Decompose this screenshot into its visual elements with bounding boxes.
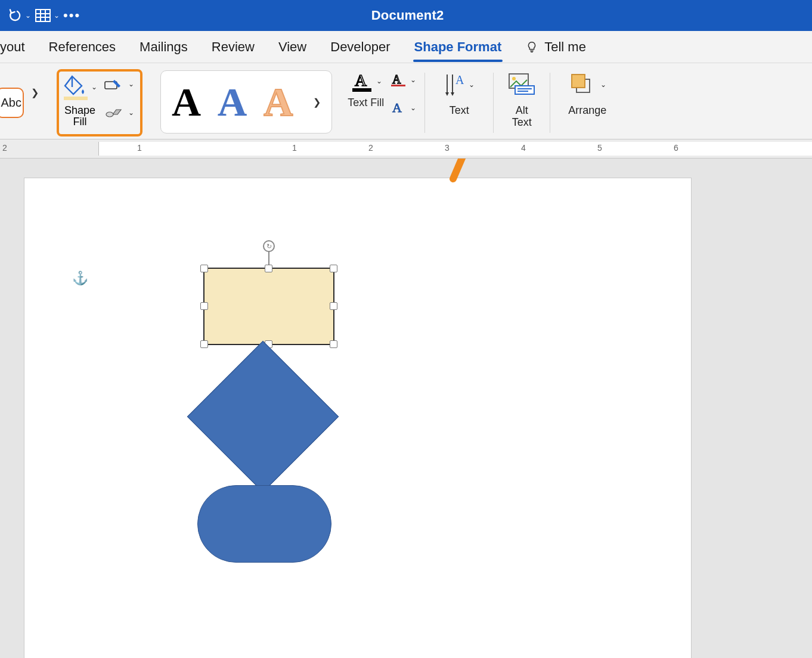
alt-text-group: Alt Text bbox=[495, 67, 548, 139]
text-fill-label: Text Fill bbox=[348, 97, 384, 109]
shape-outline-button[interactable]: ⌄ bbox=[102, 76, 137, 92]
alt-text-label: Alt Text bbox=[512, 105, 532, 129]
svg-text:A: A bbox=[392, 100, 402, 115]
svg-rect-24 bbox=[572, 75, 585, 88]
ruler-mark: 2 bbox=[368, 143, 373, 153]
svg-text:A: A bbox=[392, 73, 401, 86]
arrange-dropdown-icon[interactable]: ⌄ bbox=[600, 80, 606, 89]
resize-handle-n[interactable] bbox=[265, 265, 272, 272]
text-group-label: Text bbox=[450, 105, 469, 117]
svg-rect-7 bbox=[64, 97, 88, 100]
shape-outline-dropdown-icon[interactable]: ⌄ bbox=[128, 80, 134, 88]
wordart-style-2[interactable]: A bbox=[218, 82, 247, 122]
tell-me-search[interactable]: Tell me bbox=[544, 39, 586, 55]
svg-rect-11 bbox=[352, 88, 371, 92]
shape-fill-label: Shape Fill bbox=[64, 105, 95, 128]
tab-review[interactable]: Review bbox=[200, 39, 266, 55]
wordart-style-3[interactable]: A bbox=[264, 82, 293, 122]
ruler-mark: 4 bbox=[521, 143, 526, 153]
wordart-gallery-more-icon[interactable]: ❯ bbox=[313, 97, 321, 108]
resize-handle-e[interactable] bbox=[330, 302, 337, 310]
title-bar: ⌄ ⌄ ••• Document2 bbox=[0, 0, 812, 31]
document-canvas[interactable]: ⚓ ↻ bbox=[0, 159, 812, 658]
shape-rectangle-selected[interactable]: ↻ bbox=[203, 268, 334, 345]
resize-handle-se[interactable] bbox=[330, 340, 337, 348]
text-effects-button[interactable]: A ⌄ bbox=[388, 99, 419, 117]
text-effects-dropdown-icon[interactable]: ⌄ bbox=[410, 104, 416, 112]
svg-text:A: A bbox=[455, 73, 464, 86]
text-direction-icon[interactable]: A bbox=[444, 72, 464, 97]
resize-handle-nw[interactable] bbox=[200, 265, 208, 272]
svg-text:A: A bbox=[355, 71, 367, 89]
page[interactable]: ⚓ ↻ bbox=[24, 178, 692, 658]
horizontal-ruler[interactable]: 2 1 1 2 3 4 5 6 bbox=[0, 139, 812, 159]
text-outline-dropdown-icon[interactable]: ⌄ bbox=[410, 76, 416, 84]
shape-effects-button[interactable]: ⌄ bbox=[102, 105, 137, 120]
arrange-group: ⌄ Arrange bbox=[551, 67, 623, 139]
text-fill-icon[interactable]: A bbox=[350, 69, 374, 93]
tab-references[interactable]: References bbox=[37, 39, 128, 55]
text-group: A ⌄ Text bbox=[426, 67, 492, 139]
text-fill-dropdown-icon[interactable]: ⌄ bbox=[376, 77, 382, 85]
shape-diamond[interactable] bbox=[187, 341, 339, 493]
table-dropdown-icon[interactable]: ⌄ bbox=[54, 11, 60, 20]
lightbulb-icon bbox=[525, 41, 538, 54]
arrange-icon[interactable] bbox=[568, 72, 596, 97]
indent-markers[interactable] bbox=[0, 139, 179, 159]
tab-developer[interactable]: Developer bbox=[318, 39, 402, 55]
pen-outline-icon bbox=[104, 77, 125, 91]
shape-fill-dropdown-icon[interactable]: ⌄ bbox=[91, 83, 97, 91]
shape-rounded-rectangle[interactable] bbox=[197, 485, 331, 563]
svg-rect-13 bbox=[391, 85, 405, 86]
shape-effects-icon bbox=[104, 106, 125, 119]
separator bbox=[550, 73, 550, 133]
wordart-style-1[interactable]: A bbox=[172, 82, 201, 122]
ribbon: Abc ❯ ⌄ Shape Fill bbox=[0, 63, 812, 139]
resize-handle-sw[interactable] bbox=[200, 340, 208, 348]
insert-shapes-group: Abc ❯ bbox=[0, 67, 44, 139]
ribbon-tabs: yout References Mailings Review View Dev… bbox=[0, 31, 812, 63]
ruler-mark: 6 bbox=[674, 143, 678, 153]
shape-styles-highlight: ⌄ Shape Fill ⌄ ⌄ bbox=[57, 69, 142, 136]
shape-styles-group: ⌄ Shape Fill ⌄ ⌄ bbox=[44, 67, 147, 139]
resize-handle-ne[interactable] bbox=[330, 265, 337, 272]
tab-view[interactable]: View bbox=[266, 39, 318, 55]
ruler-mark: 1 bbox=[292, 143, 297, 153]
text-effects-icon: A bbox=[390, 100, 408, 116]
svg-point-19 bbox=[512, 77, 516, 80]
rotation-handle[interactable]: ↻ bbox=[263, 240, 275, 252]
tab-mailings[interactable]: Mailings bbox=[128, 39, 200, 55]
separator bbox=[493, 73, 494, 133]
shape-effects-dropdown-icon[interactable]: ⌄ bbox=[128, 108, 134, 117]
wordart-quick-styles-group: A A A ❯ bbox=[147, 67, 337, 139]
svg-point-9 bbox=[106, 112, 113, 117]
tab-layout[interactable]: yout bbox=[0, 39, 37, 55]
svg-rect-20 bbox=[515, 86, 534, 94]
text-outline-button[interactable]: A ⌄ bbox=[388, 72, 419, 88]
document-title: Document2 bbox=[9, 8, 806, 23]
svg-line-26 bbox=[453, 159, 507, 179]
arrange-label: Arrange bbox=[568, 105, 606, 117]
shape-style-sample[interactable]: Abc bbox=[0, 88, 24, 118]
shapes-gallery-more-icon[interactable]: ❯ bbox=[31, 87, 39, 136]
ruler-mark: 3 bbox=[445, 143, 450, 153]
anchor-icon: ⚓ bbox=[72, 271, 88, 286]
ruler-mark: 5 bbox=[597, 143, 602, 153]
undo-dropdown-icon[interactable]: ⌄ bbox=[25, 11, 31, 20]
wordart-styles-group: A ⌄ Text Fill A ⌄ bbox=[337, 67, 423, 139]
separator bbox=[424, 73, 425, 133]
text-outline-icon: A bbox=[390, 73, 408, 87]
shape-fill-icon[interactable] bbox=[63, 74, 89, 100]
wordart-gallery[interactable]: A A A ❯ bbox=[160, 70, 332, 134]
tab-shape-format[interactable]: Shape Format bbox=[402, 39, 514, 55]
text-direction-dropdown-icon[interactable]: ⌄ bbox=[469, 80, 475, 89]
resize-handle-w[interactable] bbox=[200, 302, 208, 310]
alt-text-icon[interactable] bbox=[507, 72, 537, 98]
